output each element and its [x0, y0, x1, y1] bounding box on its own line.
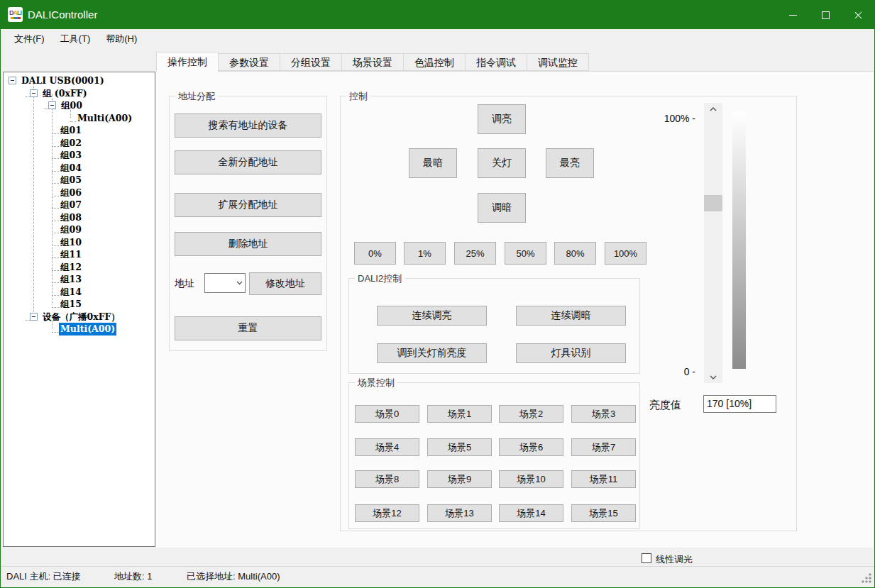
minimize-button[interactable] [776, 1, 809, 29]
scene-button-14[interactable]: 场景14 [499, 504, 563, 522]
tree-node[interactable]: 组02 [4, 137, 155, 150]
percent-button-80[interactable]: 80% [554, 242, 596, 265]
tree-node[interactable]: 组04 [4, 162, 155, 174]
scrollbar-thumb[interactable] [704, 195, 722, 211]
scene-button-13[interactable]: 场景13 [427, 504, 492, 522]
tree-node[interactable]: 组05 [4, 174, 155, 187]
tree-node-label: 设备（广播0xFF） [41, 311, 121, 323]
continuous-dim-down-button[interactable]: 连续调暗 [516, 306, 626, 326]
luminaire-identify-button[interactable]: 灯具识别 [516, 343, 626, 363]
percent-button-25[interactable]: 25% [454, 242, 496, 265]
tree-node[interactable]: 组09 [4, 223, 155, 236]
tab-1[interactable]: 参数设置 [219, 53, 280, 71]
scene-button-1[interactable]: 场景1 [427, 405, 492, 423]
delete-address-button[interactable]: 删除地址 [175, 232, 321, 256]
tab-0[interactable]: 操作控制 [156, 52, 219, 72]
close-button[interactable] [842, 1, 874, 29]
scene-button-9[interactable]: 场景9 [427, 470, 492, 488]
percent-button-50[interactable]: 50% [505, 242, 546, 265]
continuous-dim-up-button[interactable]: 连续调亮 [377, 306, 487, 326]
tab-3[interactable]: 场景设置 [342, 53, 404, 71]
tree-connector [52, 201, 59, 209]
tab-5[interactable]: 指令调试 [466, 53, 527, 71]
scene-button-11[interactable]: 场景11 [571, 470, 636, 488]
tree-node-label: 组05 [59, 174, 83, 187]
search-addressed-devices-button[interactable]: 搜索有地址的设备 [175, 113, 321, 138]
scene-button-3[interactable]: 场景3 [571, 405, 636, 423]
scroll-up-arrow[interactable] [704, 103, 722, 115]
scroll-down-arrow[interactable] [704, 371, 722, 383]
tree-node[interactable]: 组01 [4, 124, 155, 137]
brightness-value-field[interactable]: 170 [10%] [703, 395, 776, 413]
tab-6[interactable]: 调试监控 [527, 53, 589, 71]
scene-button-10[interactable]: 场景10 [499, 470, 563, 488]
tree-node[interactable]: 组03 [4, 149, 155, 162]
dim-down-button[interactable]: 调暗 [478, 193, 526, 223]
menu-bar: 文件(F)工具(T)帮助(H) [1, 29, 874, 49]
tree-node-label: 组13 [59, 273, 83, 286]
menu-item-1[interactable]: 工具(T) [53, 29, 99, 49]
dim-max-button[interactable]: 最亮 [546, 148, 594, 178]
menu-item-0[interactable]: 文件(F) [6, 29, 53, 49]
maximize-button[interactable] [809, 1, 842, 29]
assign-new-address-button[interactable]: 全新分配地址 [175, 150, 321, 174]
tree-node[interactable]: 组06 [4, 187, 155, 199]
tree-node[interactable]: 组07 [4, 199, 155, 211]
modify-address-button[interactable]: 修改地址 [249, 272, 321, 295]
tree-node[interactable]: Multi(A00) [4, 112, 155, 125]
brightness-scrollbar[interactable] [704, 103, 722, 383]
tree-node-label: 组04 [59, 162, 83, 174]
tree-connector [52, 226, 59, 233]
resize-grip-icon[interactable] [862, 573, 871, 583]
scene-button-2[interactable]: 场景2 [499, 405, 563, 423]
title-bar: DALI DALIController [1, 1, 874, 29]
linear-dimming-checkbox[interactable] [642, 553, 651, 563]
tree-connector [52, 250, 59, 258]
tree-node[interactable]: 组14 [4, 286, 155, 299]
scene-button-8[interactable]: 场景8 [355, 470, 419, 488]
tree-connector [52, 213, 59, 221]
dim-min-button[interactable]: 最暗 [409, 148, 457, 178]
goto-last-level-button[interactable]: 调到关灯前亮度 [377, 343, 487, 363]
tree-node[interactable]: 组10 [4, 236, 155, 249]
light-off-button[interactable]: 关灯 [478, 148, 526, 178]
window-title: DALIController [28, 1, 97, 29]
scene-button-15[interactable]: 场景15 [571, 504, 636, 522]
scene-button-7[interactable]: 场景7 [571, 438, 636, 456]
tree-collapse-icon[interactable] [30, 313, 38, 321]
scene-button-0[interactable]: 场景0 [355, 405, 419, 423]
reset-button[interactable]: 重置 [175, 316, 321, 340]
menu-item-2[interactable]: 帮助(H) [98, 29, 145, 49]
tree-node[interactable]: 设备（广播0xFF） [4, 311, 155, 323]
tree-connector [52, 139, 59, 147]
scene-button-6[interactable]: 场景6 [499, 438, 563, 456]
close-icon [854, 11, 863, 20]
tree-node[interactable]: 组12 [4, 261, 155, 274]
percent-button-0[interactable]: 0% [354, 242, 396, 265]
scene-button-4[interactable]: 场景4 [355, 438, 419, 456]
scene-button-5[interactable]: 场景5 [427, 438, 492, 456]
percent-button-1[interactable]: 1% [404, 242, 446, 265]
tree-node[interactable]: 组08 [4, 211, 155, 224]
scene-button-12[interactable]: 场景12 [355, 504, 419, 522]
tree-node-label: 组07 [59, 199, 83, 211]
address-combobox[interactable] [204, 273, 246, 293]
assign-extended-address-button[interactable]: 扩展分配地址 [175, 193, 321, 217]
tree-node[interactable]: 组00 [4, 99, 155, 112]
tree-node[interactable]: 组15 [4, 298, 155, 311]
tab-2[interactable]: 分组设置 [280, 53, 342, 71]
tree-node[interactable]: 组 (0xFF) [4, 87, 155, 100]
tree-node[interactable]: 组13 [4, 273, 155, 286]
tree-node[interactable]: 组11 [4, 248, 155, 261]
tree-collapse-icon[interactable] [9, 77, 16, 84]
tree-node[interactable]: Multi(A00) [4, 323, 155, 335]
dim-up-button[interactable]: 调亮 [478, 104, 526, 134]
tree-collapse-icon[interactable] [30, 89, 38, 97]
tab-4[interactable]: 色温控制 [404, 53, 466, 71]
app-icon: DALI [8, 7, 23, 22]
tree-node[interactable]: DALI USB(0001) [4, 74, 155, 87]
group-title: 场景控制 [355, 377, 397, 389]
percent-button-100[interactable]: 100% [605, 242, 646, 265]
tree-node-label: 组09 [59, 223, 83, 236]
tree-collapse-icon[interactable] [48, 101, 56, 109]
